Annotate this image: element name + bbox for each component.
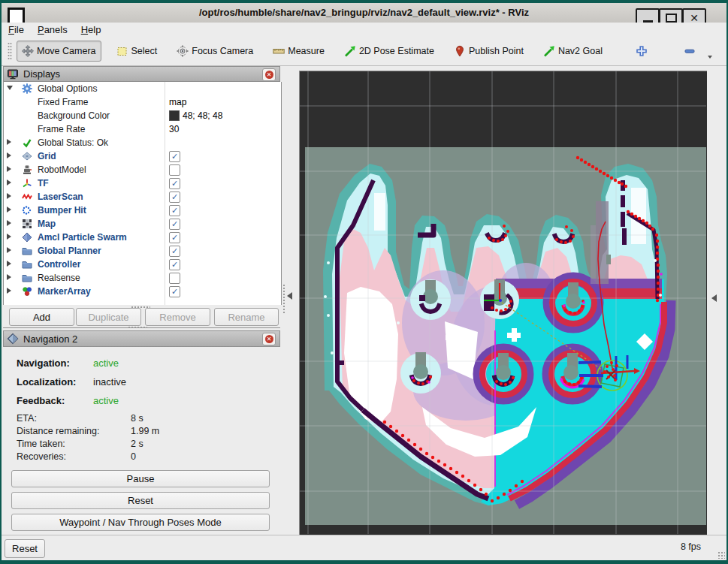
checkbox-checked[interactable]: ✓ bbox=[169, 205, 180, 216]
menu-bar: FilePanelsHelp bbox=[2, 23, 726, 37]
pillar-nub bbox=[606, 255, 611, 264]
collapse-right-icon[interactable] bbox=[711, 294, 717, 302]
tree-row-global-status-ok[interactable]: Global Status: Ok bbox=[4, 136, 281, 149]
expand-icon[interactable] bbox=[7, 179, 11, 185]
tree-row-value[interactable]: ✓ bbox=[169, 244, 180, 258]
remove-button[interactable]: Remove bbox=[145, 308, 210, 326]
free-space-plus bbox=[512, 328, 517, 342]
checkbox-unchecked[interactable] bbox=[169, 164, 180, 176]
checkbox-checked[interactable]: ✓ bbox=[169, 192, 180, 203]
nav2-panel-header[interactable]: Navigation 2 ✕ bbox=[3, 330, 280, 347]
tool-dropdown-icon[interactable] bbox=[708, 56, 712, 59]
tree-row-fixed-frame[interactable]: Fixed Framemap bbox=[4, 95, 281, 109]
viewport-splitter[interactable] bbox=[280, 66, 299, 535]
3d-viewport[interactable] bbox=[300, 71, 706, 534]
tool-select[interactable]: Select bbox=[112, 41, 162, 61]
rename-button[interactable]: Rename bbox=[214, 308, 279, 326]
title-bar[interactable]: /opt/ros/humble/share/nav2_bringup/rviz/… bbox=[2, 3, 726, 23]
tree-row-map[interactable]: Map✓ bbox=[4, 217, 281, 231]
tree-row-background-color[interactable]: Background Color48; 48; 48 bbox=[4, 109, 281, 122]
tool-focus-camera[interactable]: Focus Camera bbox=[172, 41, 258, 61]
nav-field-value: active bbox=[93, 357, 119, 369]
tree-row-value[interactable] bbox=[169, 163, 180, 176]
tree-row-value[interactable]: ✓ bbox=[169, 190, 180, 204]
tree-row-value[interactable] bbox=[169, 271, 180, 285]
tree-row-value[interactable]: ✓ bbox=[169, 258, 180, 271]
collapse-left-icon[interactable] bbox=[287, 292, 292, 300]
tree-row-frame-rate[interactable]: Frame Rate30 bbox=[4, 122, 281, 136]
expand-icon[interactable] bbox=[7, 220, 11, 226]
expand-icon[interactable] bbox=[7, 139, 11, 145]
status-bar: Reset 8 fps bbox=[2, 535, 726, 560]
tree-row-global-planner[interactable]: Global Planner✓ bbox=[4, 244, 281, 258]
checkbox-checked[interactable]: ✓ bbox=[169, 286, 180, 297]
toolbar-grip[interactable] bbox=[8, 42, 12, 60]
tool-nav2-goal[interactable]: Nav2 Goal bbox=[539, 41, 607, 61]
checkbox-checked[interactable]: ✓ bbox=[169, 151, 180, 162]
tree-row-label: Global Options bbox=[38, 82, 97, 95]
plus-tool-button[interactable] bbox=[631, 41, 652, 61]
reset-button[interactable]: Reset bbox=[11, 492, 270, 509]
checkbox-checked[interactable]: ✓ bbox=[169, 219, 180, 230]
nav-stat-label: Recoveries: bbox=[17, 451, 66, 462]
tool-2d-pose-estimate[interactable]: 2D Pose Estimate bbox=[340, 41, 439, 61]
tree-row-realsense[interactable]: Realsense bbox=[4, 271, 281, 285]
expand-icon[interactable] bbox=[7, 234, 11, 240]
tree-row-value[interactable]: ✓ bbox=[169, 217, 180, 231]
tree-row-value[interactable]: ✓ bbox=[169, 231, 180, 244]
tool-publish-point[interactable]: Publish Point bbox=[449, 41, 528, 61]
resize-grip[interactable] bbox=[717, 551, 725, 559]
displays-tree: Global OptionsFixed FramemapBackground C… bbox=[3, 82, 282, 305]
tool-label: Nav2 Goal bbox=[558, 46, 603, 56]
expand-icon[interactable] bbox=[7, 166, 11, 172]
displays-panel-close-button[interactable]: ✕ bbox=[262, 68, 276, 81]
expand-icon[interactable] bbox=[7, 152, 11, 158]
expand-icon[interactable] bbox=[7, 193, 11, 199]
tree-row-value[interactable]: ✓ bbox=[169, 176, 180, 190]
nav2-panel-body: Navigation:activeLocalization:inactiveFe… bbox=[3, 345, 280, 535]
menu-item-file[interactable]: File bbox=[2, 23, 31, 36]
checkbox-checked[interactable]: ✓ bbox=[169, 246, 180, 257]
collapse-icon[interactable] bbox=[7, 86, 13, 90]
tool-measure[interactable]: Measure bbox=[268, 41, 329, 61]
tree-row-controller[interactable]: Controller✓ bbox=[4, 258, 281, 271]
tree-row-value[interactable]: ✓ bbox=[169, 285, 180, 298]
tool-move-camera[interactable]: Move Camera bbox=[17, 41, 101, 62]
panel-splitter-handle[interactable] bbox=[128, 326, 147, 329]
checkbox-checked[interactable]: ✓ bbox=[169, 232, 180, 243]
tree-row-bumper-hit[interactable]: Bumper Hit✓ bbox=[4, 204, 281, 217]
expand-icon[interactable] bbox=[7, 261, 11, 267]
checkbox-checked[interactable]: ✓ bbox=[169, 178, 180, 189]
tree-row-value[interactable]: ✓ bbox=[169, 204, 180, 217]
add-button[interactable]: Add bbox=[9, 308, 74, 326]
nav2-panel-close-button[interactable]: ✕ bbox=[262, 333, 276, 345]
menu-item-panels[interactable]: Panels bbox=[31, 23, 74, 36]
tree-row-laserscan[interactable]: LaserScan✓ bbox=[4, 190, 281, 204]
expand-icon[interactable] bbox=[7, 207, 11, 213]
pause-button[interactable]: Pause bbox=[11, 470, 270, 487]
checkbox-unchecked[interactable] bbox=[169, 273, 180, 284]
bumper-hit-marker bbox=[578, 362, 601, 363]
tree-row-markerarray[interactable]: MarkerArray✓ bbox=[4, 285, 281, 298]
nav2-panel-title: Navigation 2 bbox=[23, 333, 77, 345]
expand-icon[interactable] bbox=[7, 288, 11, 294]
pillar-center bbox=[566, 294, 581, 309]
expand-icon[interactable] bbox=[7, 274, 11, 280]
tree-row-robotmodel[interactable]: RobotModel bbox=[4, 163, 281, 176]
splitter-handle[interactable] bbox=[282, 284, 285, 314]
minus-tool-button[interactable] bbox=[679, 41, 700, 61]
tree-row-tf[interactable]: TF✓ bbox=[4, 176, 281, 190]
displays-panel-header[interactable]: Displays ✕ bbox=[3, 66, 280, 82]
tree-row-global-options[interactable]: Global Options bbox=[4, 82, 281, 95]
tool-label: Measure bbox=[288, 46, 325, 56]
duplicate-button[interactable]: Duplicate bbox=[76, 308, 141, 326]
tree-row-amcl-particle-swarm[interactable]: Amcl Particle Swarm✓ bbox=[4, 231, 281, 244]
tool-label: 2D Pose Estimate bbox=[359, 46, 434, 56]
tree-row-value[interactable]: ✓ bbox=[169, 149, 180, 163]
time-reset-button[interactable]: Reset bbox=[5, 539, 45, 558]
waypoint-nav-through-poses-mode-button[interactable]: Waypoint / Nav Through Poses Mode bbox=[11, 514, 270, 531]
expand-icon[interactable] bbox=[7, 247, 11, 253]
menu-item-help[interactable]: Help bbox=[74, 23, 108, 36]
tree-row-grid[interactable]: Grid✓ bbox=[4, 149, 281, 163]
checkbox-checked[interactable]: ✓ bbox=[169, 259, 180, 270]
